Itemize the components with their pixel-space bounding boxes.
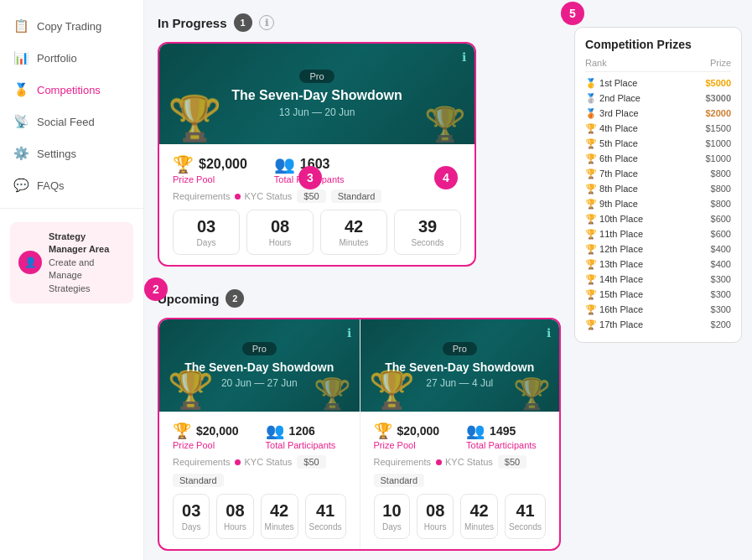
strategy-avatar: 👤 xyxy=(18,251,42,274)
sidebar-label-portfolio: Portfolio xyxy=(37,52,77,65)
col-prize: Prize xyxy=(710,58,731,68)
prize-amount: $300 xyxy=(711,289,731,299)
upcoming-cards-wrapper: 🏆 🏆 ℹ Pro The Seven-Day Showdown 20 Jun … xyxy=(158,318,561,551)
portfolio-icon: 📊 xyxy=(13,50,29,65)
col-rank: Rank xyxy=(585,58,607,68)
prizes-container: 5 Competition Prizes Rank Prize 🥇 1st Pl… xyxy=(574,0,752,560)
in-progress-info-icon[interactable]: ℹ xyxy=(259,15,274,30)
prize-amount: $1000 xyxy=(705,138,731,148)
upcoming-title-1: The Seven-Day Showdown xyxy=(184,360,334,374)
card-dates: 13 Jun — 20 Jun xyxy=(279,106,355,118)
copy-icon: 📋 xyxy=(13,18,29,34)
prize-row: 🏆 8th Place$800 xyxy=(585,181,731,196)
sidebar-item-social-feed[interactable]: 📡 Social Feed xyxy=(0,106,143,137)
in-progress-card: 🏆 🏆 ℹ Pro The Seven-Day Showdown 13 Jun … xyxy=(158,42,476,267)
main-content: 1 ➜ In Progress 1 ℹ 3 4 🏆 🏆 ℹ Pro The Se… xyxy=(144,0,574,560)
sidebar-label-copy-trading: Copy Trading xyxy=(37,20,101,33)
upcoming-countdown-1: 03Days08Hours42Minutes41Seconds xyxy=(173,494,346,539)
kyc-tag: KYC Status xyxy=(235,191,292,201)
prize-row: 🏆 12th Place$400 xyxy=(585,241,731,257)
faqs-icon: 💬 xyxy=(13,178,29,193)
sidebar: 📋 Copy Trading 📊 Portfolio 🏅 Competition… xyxy=(0,0,144,560)
prize-rank: 🏆 12th Place xyxy=(585,244,643,255)
prize-rank: 🏆 9th Place xyxy=(585,199,638,210)
prize-rank: 🏆 11th Place xyxy=(585,229,643,240)
strategy-text: Strategy Manager Area Create and Manage … xyxy=(49,231,125,295)
prize-rank: 🏆 16th Place xyxy=(585,304,643,315)
countdown-item: 41Seconds xyxy=(505,494,546,539)
sidebar-item-copy-trading[interactable]: 📋 Copy Trading xyxy=(0,10,143,42)
upcoming-req-1: Requirements KYC Status $50 Standard xyxy=(173,455,346,487)
prize-rank: 🏆 10th Place xyxy=(585,214,643,225)
prize-rank: 🥇 1st Place xyxy=(585,78,637,89)
upcoming-card-1: 🏆 🏆 ℹ Pro The Seven-Day Showdown 20 Jun … xyxy=(159,319,360,549)
countdown-item: 42Minutes xyxy=(320,210,387,255)
card-info-icon[interactable]: ℹ xyxy=(462,50,466,64)
sidebar-item-competitions[interactable]: 🏅 Competitions xyxy=(0,74,143,106)
sidebar-item-settings[interactable]: ⚙️ Settings xyxy=(0,137,143,169)
countdown-item: 08Hours xyxy=(216,494,253,539)
prize-row: 🏆 11th Place$600 xyxy=(585,226,731,241)
upcoming-req-2: Requirements KYC Status $50 Standard xyxy=(374,455,547,487)
prize-rank: 🏆 8th Place xyxy=(585,184,638,194)
prize-rank: 🏆 14th Place xyxy=(585,274,643,285)
card-2-info-icon[interactable]: ℹ xyxy=(547,326,551,340)
prize-amount: $600 xyxy=(711,214,731,224)
prizes-rows: 🥇 1st Place$5000🥈 2nd Place$3000🥉 3rd Pl… xyxy=(585,75,731,332)
sidebar-item-portfolio[interactable]: 📊 Portfolio xyxy=(0,42,143,74)
prize-pool-label: Prize Pool xyxy=(173,174,247,184)
countdown-item: 08Hours xyxy=(417,494,454,539)
card-1-info-icon[interactable]: ℹ xyxy=(347,326,351,340)
strategy-manager-box[interactable]: 👤 Strategy Manager Area Create and Manag… xyxy=(10,222,133,303)
trophy-left-icon: 🏆 xyxy=(168,93,222,144)
pro-badge-2: Pro xyxy=(443,342,477,355)
trophy-right-2-icon: 🏆 xyxy=(513,376,551,412)
prize-amount: $5000 xyxy=(705,78,731,88)
countdown-item: 42Minutes xyxy=(460,494,498,539)
countdown-item: 39Seconds xyxy=(394,210,461,255)
pro-badge-1: Pro xyxy=(242,342,277,355)
upcoming-body-2: 🏆 $20,000 Prize Pool 👥 1495 Tot xyxy=(360,412,560,549)
prize-amount: $800 xyxy=(711,169,731,179)
prize-amount: $600 xyxy=(711,229,731,239)
prize-amount: $300 xyxy=(711,304,731,314)
sidebar-divider xyxy=(0,208,143,209)
in-progress-label: In Progress xyxy=(158,16,227,30)
upcoming-badge: 2 xyxy=(226,289,244,308)
prize-row: 🏆 10th Place$600 xyxy=(585,211,731,226)
prize-rank: 🏆 4th Place xyxy=(585,123,638,134)
prize-rank: 🏆 5th Place xyxy=(585,138,638,149)
countdown-item: 10Days xyxy=(374,494,411,539)
upcoming-stats-1: 🏆 $20,000 Prize Pool 👥 1206 Tot xyxy=(173,422,346,450)
requirements-row: Requirements KYC Status $50 Standard xyxy=(173,189,461,203)
prize-amount: $800 xyxy=(711,184,731,194)
sidebar-item-faqs[interactable]: 💬 FAQs xyxy=(0,169,143,201)
prize-amount: $400 xyxy=(711,244,731,254)
prize-amount: $1500 xyxy=(705,123,731,133)
prizes-panel: Competition Prizes Rank Prize 🥇 1st Plac… xyxy=(574,27,742,343)
prize-amount: $200 xyxy=(711,319,731,329)
fee-tag: $50 xyxy=(297,189,325,203)
prizes-title: Competition Prizes xyxy=(585,38,731,51)
upcoming-body-1: 🏆 $20,000 Prize Pool 👥 1206 Tot xyxy=(159,412,360,549)
trophy-right-icon: 🏆 xyxy=(424,105,466,144)
countdown-item: 42Minutes xyxy=(261,494,298,539)
trophy-left-2-icon: 🏆 xyxy=(369,368,415,412)
upcoming-banner-2: 🏆 🏆 ℹ Pro The Seven-Day Showdown 27 Jun … xyxy=(360,319,560,412)
prize-pool-value: 🏆 $20,000 xyxy=(173,154,247,174)
prize-row: 🏆 6th Place$1000 xyxy=(585,151,731,166)
prize-rank: 🏆 6th Place xyxy=(585,153,638,164)
prize-rank: 🏆 13th Place xyxy=(585,259,643,270)
upcoming-dates-1: 20 Jun — 27 Jun xyxy=(221,377,298,389)
countdown-item: 03Days xyxy=(173,494,210,539)
upcoming-participants-2: 👥 1495 Total Participants xyxy=(466,422,537,450)
prize-row: 🏆 13th Place$400 xyxy=(585,257,731,272)
kyc-dot xyxy=(235,194,241,200)
prize-row: 🏆 17th Place$200 xyxy=(585,317,731,332)
upcoming-stats-2: 🏆 $20,000 Prize Pool 👥 1495 Tot xyxy=(374,422,547,450)
prize-rank: 🏆 15th Place xyxy=(585,289,643,300)
upcoming-card-2: 🏆 🏆 ℹ Pro The Seven-Day Showdown 27 Jun … xyxy=(360,319,560,549)
prize-row: 🏆 9th Place$800 xyxy=(585,196,731,211)
prize-amount: $1000 xyxy=(705,153,731,163)
sidebar-label-settings: Settings xyxy=(37,148,76,160)
